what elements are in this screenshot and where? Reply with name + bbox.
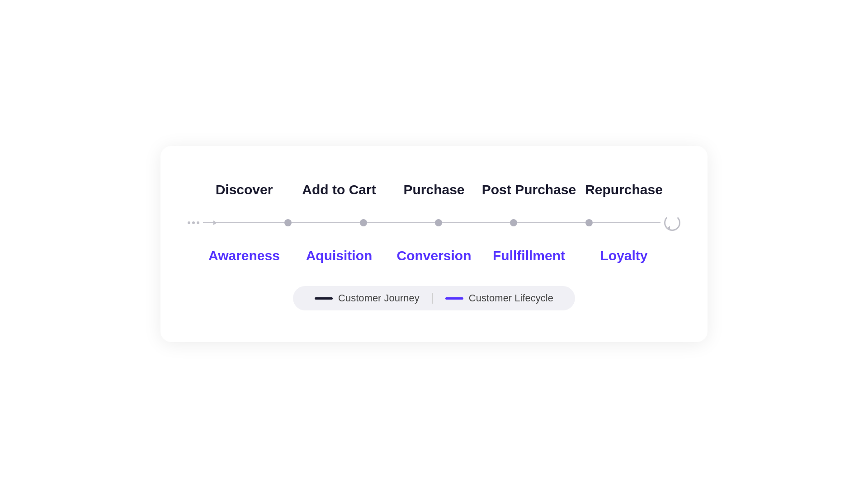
stage-top-label-repurchase: Repurchase [585,182,663,197]
timeline-end [660,215,680,231]
timeline-node-repurchase [585,219,593,226]
stage-post-purchase: Post Purchase [481,182,576,206]
dot-3 [197,221,199,224]
timeline-node-purchase [435,219,442,226]
stage-awareness: Awareness [197,239,292,263]
stage-acquisition: Aquisition [292,239,387,263]
stage-conversion: Conversion [387,239,481,263]
stage-fulfillment: Fullfillment [481,239,576,263]
stage-bottom-label-acquisition: Aquisition [306,248,373,263]
timeline-dotted-start [188,221,203,224]
legend-label-customer-lifecycle: Customer Lifecycle [469,292,553,304]
timeline-node-discover [284,219,292,226]
stage-bottom-label-fulfillment: Fullfillment [493,248,565,263]
legend-item-customer-journey: Customer Journey [306,292,429,304]
legend-divider [432,293,433,304]
timeline-node-post-purchase [510,219,517,226]
stage-top-label-purchase: Purchase [403,182,464,197]
timeline-segment-1 [217,222,284,223]
dot-2 [192,221,195,224]
timeline-segment-6 [593,222,660,223]
stage-repurchase: Repurchase [576,182,671,206]
stage-top-label-discover: Discover [216,182,273,197]
timeline-arrow [203,222,217,223]
timeline-segment-2 [292,222,359,223]
stage-discover: Discover [197,182,292,206]
stage-top-label-post-purchase: Post Purchase [482,182,576,197]
timeline-segment-4 [442,222,510,223]
stage-bottom-label-loyalty: Loyalty [600,248,647,263]
stage-loyalty: Loyalty [576,239,671,263]
legend-item-customer-lifecycle: Customer Lifecycle [436,292,562,304]
journey-section: Discover Add to Cart Purchase Post Purch… [188,182,680,263]
stage-bottom-label-conversion: Conversion [396,248,471,263]
undo-arrow-icon [664,215,680,231]
stage-add-to-cart: Add to Cart [292,182,387,206]
timeline-segment-5 [517,222,585,223]
legend-label-customer-journey: Customer Journey [338,292,420,304]
main-card: Discover Add to Cart Purchase Post Purch… [160,146,708,342]
dot-1 [188,221,190,224]
timeline-segment-3 [367,222,435,223]
legend-line-dark-icon [315,297,333,300]
stage-purchase: Purchase [387,182,481,206]
legend-line-purple-icon [445,297,463,300]
stage-top-label-add-to-cart: Add to Cart [302,182,376,197]
timeline-row [188,215,680,231]
legend-row: Customer Journey Customer Lifecycle [293,286,575,310]
timeline-node-add-to-cart [360,219,367,226]
stage-bottom-label-awareness: Awareness [208,248,280,263]
